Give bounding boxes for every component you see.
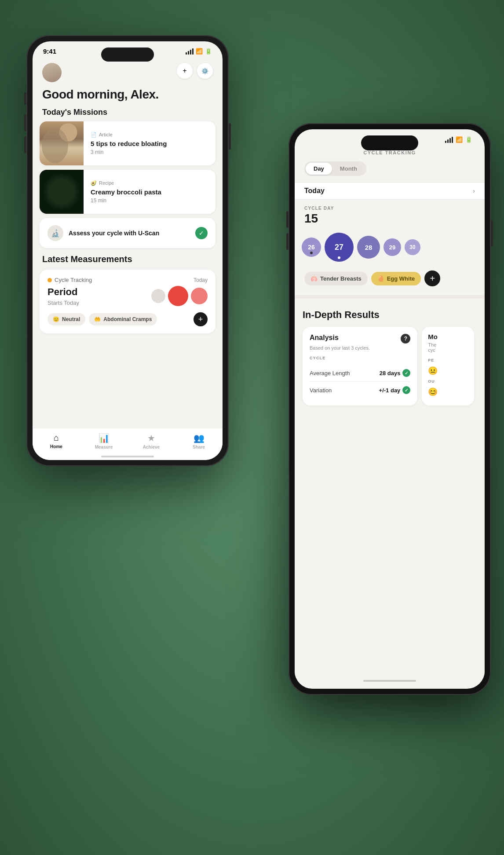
cal-dot-30[interactable]: 30 [405, 239, 420, 255]
phone2-vol-up[interactable] [286, 211, 289, 228]
cycle-tracking-label: Cycle Tracking [47, 277, 92, 283]
period-dot-red-large [168, 286, 188, 306]
measurement-card[interactable]: Cycle Tracking Today Period Starts Today [40, 270, 215, 333]
vol-up-btn[interactable] [24, 114, 26, 131]
article-image [40, 121, 84, 165]
cycle-day-label: CYCLE DAY [304, 206, 475, 211]
cal-dot-26[interactable]: 26 [302, 238, 321, 257]
recipe-icon: 🥑 [91, 180, 97, 186]
signal-icon [186, 48, 194, 55]
section-divider [295, 295, 485, 299]
phone-2-screen: 📶 🔋 CYCLE TRACKING Day Month Today › [295, 129, 485, 689]
cramps-label: Abdominal Cramps [103, 316, 152, 322]
avatar[interactable] [42, 63, 62, 82]
month-toggle-btn[interactable]: Month [332, 163, 365, 175]
add-symptom-btn[interactable]: + [194, 312, 208, 326]
day-month-toggle: Day Month [304, 161, 366, 176]
ou-icons: 😊 [428, 387, 468, 397]
calendar-row: 26 27 28 29 30 [295, 230, 485, 269]
vol-down-btn[interactable] [24, 136, 26, 153]
cal-dot-28[interactable]: 28 [357, 236, 380, 259]
side-card-title: Mo [428, 333, 468, 340]
symptom-cramps[interactable]: 🤲 Abdominal Cramps [89, 313, 157, 325]
article-duration: 3 min [91, 149, 167, 155]
side-card-body: Thecyc [428, 342, 468, 353]
neutral-label: Neutral [62, 316, 80, 322]
cycle-tracking-text: Cycle Tracking [55, 277, 92, 283]
symptom-tender-breasts[interactable]: 🫁 Tender Breasts [304, 272, 368, 285]
pe-icons: 😐 [428, 366, 468, 376]
pe-icon-1: 😐 [428, 366, 438, 376]
app-header: + ⚙️ [33, 58, 223, 82]
symptom-row: 😐 Neutral 🤲 Abdominal Cramps + [47, 312, 208, 326]
article-type-text: Article [99, 132, 113, 137]
avg-length-label: Average Length [310, 370, 350, 376]
p2-battery-icon: 🔋 [465, 136, 472, 143]
neutral-icon: 😐 [53, 316, 59, 322]
results-section: In-Depth Results Analysis ? Based on you… [295, 300, 485, 678]
side-card: Mo Thecyc PE 😐 OU 😊 [422, 327, 474, 406]
mute-btn[interactable] [24, 92, 26, 105]
cycle-screen: 📶 🔋 CYCLE TRACKING Day Month Today › [295, 129, 485, 689]
cycle-day-number: 15 [304, 212, 475, 226]
question-btn[interactable]: ? [401, 334, 410, 343]
today-link[interactable]: Today [194, 277, 208, 283]
add-button[interactable]: + [177, 63, 193, 79]
cramps-icon: 🤲 [94, 316, 101, 322]
avg-length-value: 28 days ✓ [380, 369, 411, 377]
phone2-vol-down[interactable] [286, 233, 289, 250]
wifi-icon: 📶 [196, 48, 203, 55]
egg-white-label: Egg White [387, 275, 415, 282]
mission-card-article[interactable]: 📄 Article 5 tips to reduce bloating 3 mi… [40, 121, 215, 165]
nav-home[interactable]: ⌂ Home [33, 433, 80, 449]
recipe-title: Creamy broccoli pasta [91, 188, 161, 196]
article-title: 5 tips to reduce bloating [91, 140, 167, 147]
p2-home-indicator [363, 680, 416, 682]
header-actions: + ⚙️ [177, 63, 213, 79]
avatar-image [42, 63, 62, 82]
variation-num: +/-1 day [379, 387, 401, 394]
period-dot-red-small [191, 288, 208, 304]
screen-content: 9:41 📶 🔋 + [33, 41, 223, 460]
period-dots [151, 286, 208, 306]
achieve-label: Achieve [143, 445, 160, 449]
recipe-type-label: 🥑 Recipe [91, 180, 161, 186]
cal-dot-27[interactable]: 27 [325, 233, 354, 262]
home-icon: ⌂ [54, 433, 59, 443]
recipe-type-text: Recipe [99, 180, 114, 186]
today-row[interactable]: Today › [295, 182, 485, 200]
home-indicator [101, 456, 154, 457]
symptom-neutral[interactable]: 😐 Neutral [47, 313, 85, 325]
orange-dot [47, 278, 52, 282]
measurements-title: Latest Measurements [40, 254, 215, 264]
power-btn[interactable] [229, 123, 231, 150]
dynamic-island-1 [101, 48, 154, 62]
day-toggle-btn[interactable]: Day [306, 163, 332, 175]
analysis-header: Analysis ? [310, 334, 410, 343]
measurement-header: Cycle Tracking Today [47, 277, 208, 283]
phone2-power[interactable] [491, 220, 493, 246]
nav-achieve[interactable]: ★ Achieve [128, 433, 175, 449]
add-symptom-btn-2[interactable]: + [424, 270, 440, 286]
ou-label: OU [428, 379, 468, 384]
missions-title: Today's Missions [33, 105, 223, 121]
uscan-check: ✓ [195, 227, 208, 239]
measure-label: Measure [95, 445, 113, 449]
uscan-text: Assess your cycle with U-Scan [69, 230, 159, 237]
nav-measure[interactable]: 📊 Measure [80, 433, 128, 449]
cal-dot-29[interactable]: 29 [383, 238, 401, 256]
uscan-card[interactable]: 🔬 Assess your cycle with U-Scan ✓ [40, 218, 215, 248]
symptom-egg-white[interactable]: 🥚 Egg White [371, 272, 421, 285]
measurements-section: Latest Measurements Cycle Tracking Today… [33, 254, 223, 333]
avg-length-num: 28 days [380, 370, 401, 376]
measure-icon: 📊 [99, 433, 110, 443]
mission-card-recipe[interactable]: 🥑 Recipe Creamy broccoli pasta 15 min [40, 170, 215, 214]
symptom-pills-row: 🫁 Tender Breasts 🥚 Egg White + [295, 269, 485, 293]
period-row: Period Starts Today [47, 286, 208, 306]
article-icon: 📄 [91, 132, 97, 138]
greeting-text: Good morning, Alex. [33, 82, 223, 105]
settings-button[interactable]: ⚙️ [197, 63, 213, 79]
achieve-icon: ★ [147, 433, 155, 443]
battery-icon: 🔋 [205, 48, 212, 55]
nav-share[interactable]: 👥 Share [175, 433, 223, 449]
